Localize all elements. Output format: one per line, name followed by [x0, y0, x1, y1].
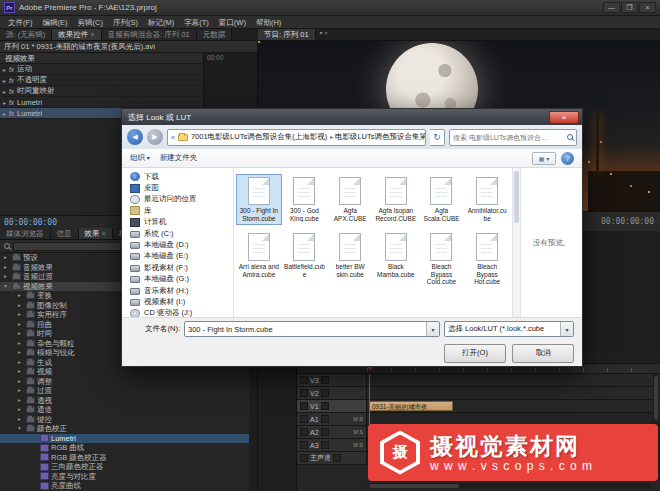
- timeline-horizontal-scrollbar[interactable]: [367, 483, 650, 489]
- panel-tab[interactable]: 源: (无剪辑): [0, 29, 52, 41]
- file-item[interactable]: Annihilator.cube: [464, 174, 510, 225]
- sidebar-item[interactable]: 音乐素材 (H:): [122, 285, 233, 296]
- menu-item[interactable]: 字幕(T): [179, 16, 214, 29]
- sidebar-item[interactable]: CD 驱动器 (J:): [122, 308, 233, 317]
- twirl-icon[interactable]: [3, 109, 6, 118]
- panel-tab[interactable]: 元数据: [197, 29, 233, 41]
- twirl-icon[interactable]: [3, 65, 6, 74]
- effects-tree-item[interactable]: 颜色校正: [0, 424, 249, 434]
- file-item[interactable]: better BW skin.cube: [327, 230, 373, 289]
- file-item[interactable]: Agfa Scala.CUBE: [419, 174, 465, 225]
- file-item[interactable]: Bleach Bypass Cold.cube: [419, 230, 465, 289]
- track-header[interactable]: V1: [297, 400, 367, 412]
- menu-item[interactable]: 文件(F): [3, 16, 38, 29]
- twirl-icon[interactable]: [18, 367, 24, 377]
- menu-item[interactable]: 序列(S): [108, 16, 143, 29]
- sidebar-item[interactable]: 桌面: [122, 182, 233, 193]
- effects-tree-item[interactable]: 过渡: [0, 386, 249, 396]
- twirl-icon[interactable]: [4, 282, 10, 292]
- track-output-toggle[interactable]: [321, 389, 329, 397]
- effect-row[interactable]: fx 不透明度: [0, 75, 202, 86]
- back-button[interactable]: ◀: [127, 129, 143, 145]
- sidebar-item[interactable]: 本地磁盘 (D:): [122, 239, 233, 250]
- effects-tree-item[interactable]: 透视: [0, 396, 249, 406]
- close-button[interactable]: ×: [639, 2, 656, 13]
- sidebar-item[interactable]: 本地磁盘 (G:): [122, 274, 233, 285]
- effect-controls-timecode[interactable]: 00:00:00:00: [4, 218, 57, 227]
- twirl-icon[interactable]: [4, 263, 10, 273]
- file-item[interactable]: Agfa APX.CUBE: [327, 174, 373, 225]
- menu-item[interactable]: 帮助(H): [251, 16, 286, 29]
- track-header[interactable]: V3: [297, 374, 367, 386]
- sidebar-item[interactable]: 本地磁盘 (E:): [122, 251, 233, 262]
- track-lock-toggle[interactable]: [300, 389, 308, 397]
- effects-tree-item[interactable]: 通道: [0, 405, 249, 415]
- panel-menu-icon[interactable]: ▾ ×: [320, 29, 328, 40]
- twirl-icon[interactable]: [18, 377, 24, 387]
- track-lock-toggle[interactable]: [300, 376, 308, 384]
- track-header[interactable]: V2: [297, 387, 367, 399]
- panel-tab[interactable]: 效果: [79, 228, 113, 240]
- track-header[interactable]: A3: [297, 439, 367, 451]
- track-lane[interactable]: [367, 387, 660, 399]
- twirl-icon[interactable]: [18, 339, 24, 349]
- forward-button[interactable]: ▶: [147, 129, 163, 145]
- track-output-toggle[interactable]: [321, 415, 329, 423]
- file-item[interactable]: Arri alexa and Amira.cube: [236, 230, 282, 289]
- file-item[interactable]: 300 - Fight In Storm.cube: [236, 174, 282, 225]
- track-header[interactable]: A2: [297, 426, 367, 438]
- twirl-icon[interactable]: [18, 405, 24, 415]
- effects-tree-item[interactable]: RGB 曲线: [0, 443, 249, 453]
- track-lock-toggle[interactable]: [300, 454, 308, 462]
- track-output-toggle[interactable]: [321, 441, 329, 449]
- timeline-clip[interactable]: 0931-美丽的城市夜: [369, 401, 453, 411]
- sidebar-item[interactable]: 系统 (C:): [122, 228, 233, 239]
- breadcrumb-item[interactable]: 电影级LUTs调色预设合集第432组cube预设: [330, 132, 426, 142]
- file-list-scrollbar[interactable]: [512, 168, 520, 317]
- effect-row[interactable]: fx 时间重映射: [0, 86, 202, 97]
- track-header[interactable]: 主声道: [297, 452, 367, 464]
- dialog-search-box[interactable]: [449, 129, 577, 146]
- track-output-toggle[interactable]: [321, 428, 329, 436]
- effects-tree-item[interactable]: 视频: [0, 367, 249, 377]
- twirl-icon[interactable]: [3, 76, 6, 85]
- track-lane[interactable]: 0931-美丽的城市夜: [367, 400, 660, 412]
- filetype-filter-combo[interactable]: 选择 Look/LUT (*.look,*.cube ▾: [444, 321, 574, 337]
- twirl-icon[interactable]: [4, 253, 10, 263]
- dialog-close-button[interactable]: ×: [549, 111, 579, 124]
- organize-button[interactable]: 组织: [130, 153, 150, 163]
- effect-row[interactable]: fx 运动: [0, 64, 202, 75]
- file-item[interactable]: Battlefield.cube: [282, 230, 328, 289]
- track-lane[interactable]: [367, 374, 660, 386]
- sidebar-item[interactable]: 库: [122, 205, 233, 216]
- menu-item[interactable]: 剪辑(C): [73, 16, 108, 29]
- twirl-icon[interactable]: [18, 301, 24, 311]
- twirl-icon[interactable]: [18, 386, 24, 396]
- twirl-icon[interactable]: [18, 291, 24, 301]
- track-output-toggle[interactable]: [321, 402, 329, 410]
- sidebar-item[interactable]: 影视素材 (F:): [122, 262, 233, 273]
- menu-item[interactable]: 窗口(W): [214, 16, 251, 29]
- effects-tree-item[interactable]: 亮度与对比度: [0, 472, 249, 482]
- effects-tree-item[interactable]: 亮度曲线: [0, 481, 249, 491]
- new-folder-button[interactable]: 新建文件夹: [160, 153, 198, 163]
- chevron-down-icon[interactable]: ▾: [560, 322, 573, 336]
- sidebar-item[interactable]: 计算机: [122, 217, 233, 228]
- sidebar-item[interactable]: 下载: [122, 171, 233, 182]
- twirl-icon[interactable]: [3, 98, 6, 107]
- program-monitor-tab[interactable]: 节目: 序列 01: [258, 29, 316, 41]
- filename-combo[interactable]: 300 - Fight In Storm.cube ▾: [184, 321, 440, 337]
- twirl-icon[interactable]: [18, 320, 24, 330]
- minimize-button[interactable]: —: [603, 2, 620, 13]
- track-lock-toggle[interactable]: [300, 415, 308, 423]
- breadcrumb[interactable]: « 7001电影级LUTs调色预设合集(上海影视) 电影级LUTs调色预设合集第…: [167, 129, 426, 146]
- menu-item[interactable]: 编辑(E): [38, 16, 73, 29]
- track-lock-toggle[interactable]: [300, 428, 308, 436]
- breadcrumb-item[interactable]: 7001电影级LUTs调色预设合集(上海影视): [191, 132, 327, 142]
- effects-tree-item[interactable]: RGB 颜色校正器: [0, 453, 249, 463]
- open-button[interactable]: 打开(O): [444, 344, 506, 363]
- effect-row[interactable]: fx Lumetri: [0, 97, 202, 108]
- panel-tab[interactable]: 信息: [51, 228, 79, 240]
- refresh-button[interactable]: ↻: [430, 129, 445, 146]
- twirl-icon[interactable]: [4, 272, 10, 282]
